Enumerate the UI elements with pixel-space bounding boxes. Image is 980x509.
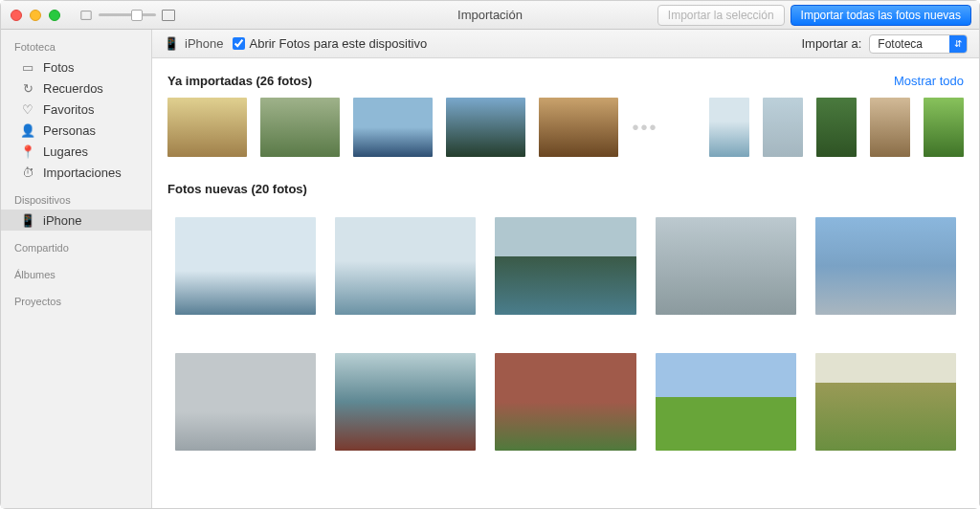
sidebar-devices-header: Dispositivos	[1, 190, 151, 210]
imported-thumb[interactable]	[924, 98, 964, 157]
sidebar-item-label: Importaciones	[43, 166, 122, 180]
imports-icon: ⏱	[20, 165, 35, 180]
places-icon: 📍	[20, 144, 35, 159]
import-subtoolbar: 📱 iPhone Abrir Fotos para este dispositi…	[152, 30, 979, 58]
new-photo-thumb[interactable]	[495, 353, 635, 451]
sidebar-item-label: Personas	[43, 123, 96, 138]
sidebar-item-imports[interactable]: ⏱ Importaciones	[1, 162, 151, 183]
thumb-large-icon	[162, 10, 175, 21]
new-photo-thumb[interactable]	[175, 353, 316, 451]
content-area: Ya importadas (26 fotos) Mostrar todo ••…	[152, 58, 979, 508]
device-name: iPhone	[185, 36, 223, 51]
imported-thumb[interactable]	[167, 98, 247, 157]
imported-thumb[interactable]	[353, 98, 433, 157]
memories-icon: ↻	[20, 80, 35, 96]
sidebar-projects-header: Proyectos	[1, 292, 151, 311]
sidebar-item-places[interactable]: 📍 Lugares	[1, 141, 151, 162]
already-imported-row: •••	[167, 98, 964, 157]
imported-thumb[interactable]	[870, 98, 910, 157]
photos-icon: ▭	[20, 59, 35, 75]
new-photo-thumb[interactable]	[495, 217, 635, 315]
window-title: Importación	[457, 8, 523, 22]
device-indicator: 📱 iPhone	[164, 36, 223, 51]
sidebar-item-photos[interactable]: ▭ Fotos	[1, 56, 151, 77]
new-photos-grid	[167, 206, 964, 470]
open-photos-checkbox[interactable]: Abrir Fotos para este dispositivo	[233, 36, 427, 51]
sidebar-library-header: Fototeca	[1, 37, 151, 56]
sidebar-item-label: Recuerdos	[43, 81, 103, 96]
close-window[interactable]	[11, 10, 22, 21]
sidebar-item-label: Favoritos	[43, 102, 94, 117]
import-to-select[interactable]: Fototeca ⇵	[869, 34, 968, 54]
sidebar-item-memories[interactable]: ↻ Recuerdos	[1, 77, 151, 99]
zoom-window[interactable]	[49, 10, 60, 21]
import-all-new-button[interactable]: Importar todas las fotos nuevas	[791, 5, 971, 26]
new-photo-thumb[interactable]	[815, 217, 956, 315]
titlebar: Importación Importar la selección Import…	[1, 1, 979, 30]
people-icon: 👤	[20, 122, 35, 138]
sidebar-albums-header: Álbumes	[1, 265, 151, 284]
new-photo-thumb[interactable]	[335, 217, 476, 315]
sidebar: Fototeca ▭ Fotos ↻ Recuerdos ♡ Favoritos…	[1, 30, 152, 508]
favorites-icon: ♡	[20, 101, 35, 117]
sidebar-item-label: Lugares	[43, 144, 88, 159]
sidebar-item-label: Fotos	[43, 60, 75, 75]
imported-thumb[interactable]	[816, 98, 857, 157]
more-indicator: •••	[632, 117, 658, 139]
minimize-window[interactable]	[30, 10, 41, 21]
thumbnail-size-control	[79, 10, 175, 21]
import-to-label: Importar a:	[801, 36, 861, 51]
iphone-icon: 📱	[164, 36, 179, 51]
new-photo-thumb[interactable]	[656, 353, 796, 451]
sidebar-item-iphone[interactable]: 📱 iPhone	[1, 210, 151, 231]
new-photo-thumb[interactable]	[815, 353, 956, 451]
imported-thumb[interactable]	[446, 98, 525, 157]
imported-thumb[interactable]	[709, 98, 749, 157]
open-photos-checkbox-label: Abrir Fotos para este dispositivo	[249, 36, 427, 51]
already-imported-header: Ya importadas (26 fotos)	[167, 74, 312, 88]
import-selected-button[interactable]: Importar la selección	[657, 5, 785, 26]
show-all-link[interactable]: Mostrar todo	[894, 74, 964, 88]
sidebar-item-favorites[interactable]: ♡ Favoritos	[1, 99, 151, 120]
sidebar-shared-header: Compartido	[1, 238, 151, 257]
new-photo-thumb[interactable]	[175, 217, 316, 315]
open-photos-checkbox-input[interactable]	[233, 37, 245, 50]
imported-thumb[interactable]	[260, 98, 340, 157]
window-controls	[11, 10, 60, 21]
thumb-small-icon	[80, 11, 91, 20]
chevron-updown-icon: ⇵	[949, 35, 967, 53]
new-photos-header: Fotos nuevas (20 fotos)	[167, 182, 307, 196]
new-photo-thumb[interactable]	[335, 353, 476, 451]
iphone-icon: 📱	[20, 212, 35, 228]
sidebar-item-label: iPhone	[43, 213, 81, 228]
thumbnail-size-slider[interactable]	[99, 13, 156, 16]
imported-thumb[interactable]	[539, 98, 618, 157]
new-photo-thumb[interactable]	[656, 217, 796, 315]
sidebar-item-people[interactable]: 👤 Personas	[1, 120, 151, 141]
imported-thumb[interactable]	[763, 98, 803, 157]
import-to-value: Fototeca	[870, 37, 949, 51]
